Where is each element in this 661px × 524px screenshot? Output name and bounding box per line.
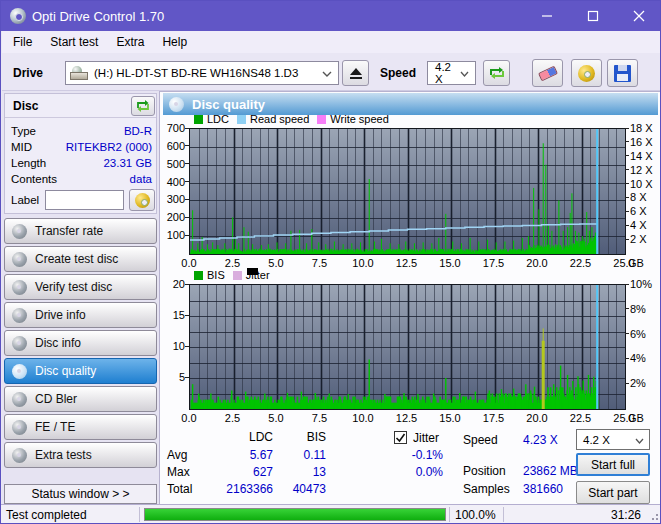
jitter-checkbox[interactable] bbox=[394, 431, 407, 444]
speed-select-value: 4.2 X bbox=[435, 61, 460, 85]
close-button[interactable] bbox=[616, 1, 661, 31]
stats-ldc-value: 627 bbox=[206, 465, 273, 479]
disc-panel-header: Disc bbox=[5, 94, 156, 118]
start-part-label: Start part bbox=[588, 486, 637, 500]
y-tick-label: 500 bbox=[157, 158, 185, 170]
position-label: Position bbox=[463, 464, 506, 478]
resize-grip[interactable] bbox=[648, 510, 658, 520]
menu-item-start-test[interactable]: Start test bbox=[41, 32, 107, 52]
status-text: Test completed bbox=[6, 508, 87, 522]
progress-fill bbox=[145, 509, 445, 520]
x-tick-label: 17.5 bbox=[476, 257, 512, 269]
save-icon bbox=[614, 65, 631, 82]
sidebar-item-label: Verify test disc bbox=[35, 280, 112, 294]
y2-tick-label: 8% bbox=[630, 303, 646, 315]
legend-label: LDC bbox=[207, 113, 229, 125]
elapsed-time: 31:26 bbox=[561, 508, 641, 522]
refresh-speed-button[interactable] bbox=[483, 60, 510, 86]
sidebar-item-extra-tests[interactable]: Extra tests bbox=[4, 442, 157, 468]
y-tick-label: 10 bbox=[157, 340, 185, 352]
menu-item-extra[interactable]: Extra bbox=[107, 32, 153, 52]
burn-disc-button[interactable] bbox=[571, 59, 602, 87]
stats-row-label: Avg bbox=[167, 448, 187, 462]
drive-icon bbox=[70, 66, 88, 80]
ldc-chart bbox=[189, 128, 626, 255]
quality-speed-select[interactable]: 4.2 X bbox=[576, 429, 650, 450]
samples-label: Samples bbox=[463, 482, 510, 496]
menu-bar: FileStart testExtraHelp bbox=[2, 31, 661, 53]
refresh-icon bbox=[136, 100, 150, 112]
sidebar-item-create-test-disc[interactable]: Create test disc bbox=[4, 246, 157, 272]
x-tick-label: 2.5 bbox=[215, 412, 251, 424]
stats-ldc-value: 5.67 bbox=[206, 448, 273, 462]
stats-bis-value: 40473 bbox=[281, 482, 326, 496]
sidebar-item-cd-bler[interactable]: CD Bler bbox=[4, 386, 157, 412]
burn-disc-icon bbox=[578, 65, 595, 82]
quality-speed-value: 4.2 X bbox=[583, 434, 610, 446]
sidebar-item-verify-test-disc[interactable]: Verify test disc bbox=[4, 274, 157, 300]
start-full-label: Start full bbox=[591, 458, 635, 472]
stats-bis-value: 13 bbox=[281, 465, 326, 479]
y-tick-mark bbox=[185, 145, 189, 146]
drive-select[interactable]: (H:) HL-DT-ST BD-RE WH16NS48 1.D3 bbox=[65, 61, 339, 85]
x-tick-label: 10.0 bbox=[345, 257, 381, 269]
maximize-button[interactable] bbox=[570, 1, 616, 31]
refresh-icon bbox=[489, 66, 505, 80]
y2-tick-label: 6 X bbox=[630, 205, 647, 217]
stats-row-label: Max bbox=[167, 465, 190, 479]
disc-label-icon bbox=[135, 193, 150, 208]
stats-ldc-value: 2163366 bbox=[206, 482, 273, 496]
window-title: Opti Drive Control 1.70 bbox=[32, 9, 164, 24]
label-input[interactable] bbox=[45, 190, 124, 210]
y2-tick-label: 4% bbox=[630, 352, 646, 364]
app-window: Opti Drive Control 1.70 FileStart testEx… bbox=[0, 0, 661, 524]
erase-disc-button[interactable] bbox=[532, 59, 563, 87]
start-full-button[interactable]: Start full bbox=[576, 453, 650, 476]
sidebar-item-fe-te[interactable]: FE / TE bbox=[4, 414, 157, 440]
minimize-button[interactable] bbox=[524, 1, 570, 31]
disc-field-label: Contents bbox=[11, 173, 57, 185]
write-label-button[interactable] bbox=[129, 189, 155, 211]
speed-select[interactable]: 4.2 X bbox=[427, 61, 476, 85]
start-part-button[interactable]: Start part bbox=[576, 481, 650, 504]
panel-header: Disc quality bbox=[163, 93, 658, 115]
sidebar-item-disc-info[interactable]: Disc info bbox=[4, 330, 157, 356]
title-bar[interactable]: Opti Drive Control 1.70 bbox=[1, 1, 660, 31]
sidebar-item-label: Create test disc bbox=[35, 252, 118, 266]
speed-label: Speed bbox=[380, 66, 416, 80]
y2-tick-mark bbox=[625, 225, 629, 226]
y-tick-mark bbox=[185, 346, 189, 347]
y-tick-label: 700 bbox=[157, 122, 185, 134]
progress-bar bbox=[144, 508, 446, 521]
disc-icon bbox=[12, 448, 27, 463]
refresh-disc-button[interactable] bbox=[131, 96, 155, 116]
legend-label: BIS bbox=[207, 269, 225, 281]
x-tick-label: 17.5 bbox=[476, 412, 512, 424]
y-tick-label: 100 bbox=[157, 229, 185, 241]
y-tick-label: 400 bbox=[157, 176, 185, 188]
disc-panel-title: Disc bbox=[13, 99, 38, 113]
eject-button[interactable] bbox=[342, 60, 369, 86]
maximize-icon bbox=[587, 10, 599, 22]
label-field-caption: Label bbox=[11, 194, 39, 206]
samples-value: 381660 bbox=[523, 482, 563, 496]
sidebar-item-disc-quality[interactable]: Disc quality bbox=[4, 358, 157, 384]
y2-tick-mark bbox=[625, 169, 629, 170]
x-tick-label: 10.0 bbox=[345, 412, 381, 424]
disc-field-label: MID bbox=[11, 141, 32, 153]
menu-item-help[interactable]: Help bbox=[153, 32, 196, 52]
sidebar-item-transfer-rate[interactable]: Transfer rate bbox=[4, 218, 157, 244]
menu-item-file[interactable]: File bbox=[4, 32, 41, 52]
disc-icon bbox=[12, 280, 27, 295]
disc-field-value: BD-R bbox=[124, 125, 152, 137]
panel-title: Disc quality bbox=[192, 97, 265, 112]
sidebar-item-drive-info[interactable]: Drive info bbox=[4, 302, 157, 328]
save-button[interactable] bbox=[607, 59, 638, 87]
speed-stat-value: 4.23 X bbox=[523, 433, 558, 447]
stats-row-label: Total bbox=[167, 482, 192, 496]
app-cd-icon bbox=[10, 8, 26, 24]
y2-tick-label: 10 X bbox=[630, 178, 653, 190]
disc-icon bbox=[12, 224, 27, 239]
y-tick-label: 300 bbox=[157, 193, 185, 205]
status-window-button[interactable]: Status window > > bbox=[4, 484, 157, 504]
